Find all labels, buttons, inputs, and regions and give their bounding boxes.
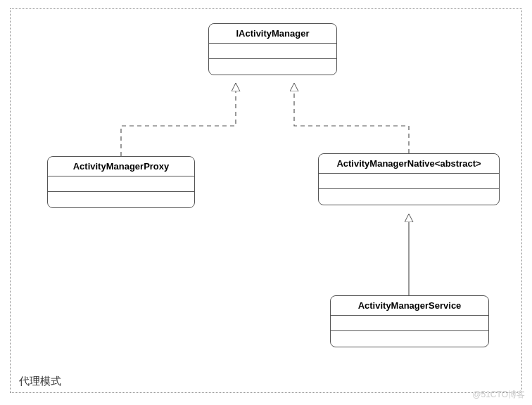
class-attributes bbox=[319, 174, 499, 189]
class-operations bbox=[48, 192, 194, 207]
class-iactivitymanager: IActivityManager bbox=[208, 23, 337, 75]
class-operations bbox=[319, 189, 499, 205]
class-activitymanagerproxy: ActivityManagerProxy bbox=[47, 156, 195, 208]
class-title: IActivityManager bbox=[209, 24, 336, 44]
class-attributes bbox=[48, 176, 194, 192]
class-title: ActivityManagerProxy bbox=[48, 157, 194, 176]
class-title: ActivityManagerService bbox=[331, 296, 488, 316]
class-operations bbox=[331, 331, 488, 347]
class-activitymanagernative: ActivityManagerNative<abstract> bbox=[318, 153, 500, 205]
watermark: @51CTO博客 bbox=[472, 389, 525, 401]
class-activitymanagerservice: ActivityManagerService bbox=[330, 295, 489, 347]
class-operations bbox=[209, 59, 336, 75]
class-title: ActivityManagerNative<abstract> bbox=[319, 154, 499, 174]
class-attributes bbox=[209, 44, 336, 59]
frame-label: 代理模式 bbox=[19, 375, 61, 388]
class-attributes bbox=[331, 316, 488, 331]
